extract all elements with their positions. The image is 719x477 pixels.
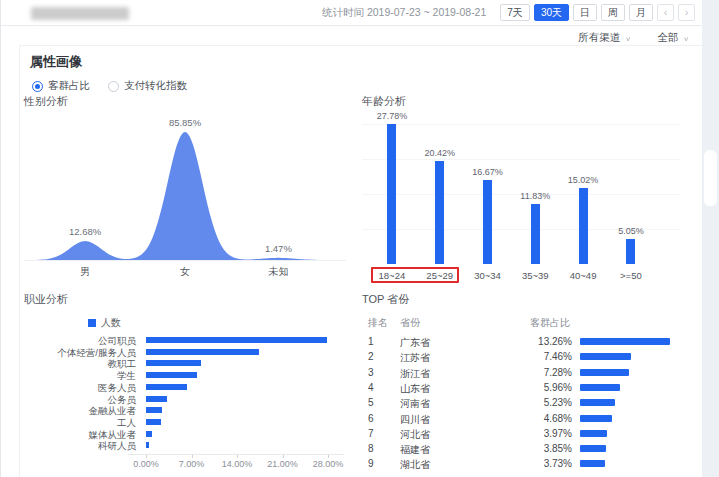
age-bar[interactable] [483,180,492,264]
occupation-row: 科研人员 [24,439,354,451]
channel-dropdown-label: 所有渠道 [578,31,620,45]
prev-period-button[interactable]: ‹ [657,4,674,21]
province-share-value: 4.68% [516,413,572,424]
page-scrollbar-track[interactable] [702,0,719,477]
occupation-row: 教职工 [24,357,354,369]
occupation-axis-tick [328,455,329,458]
occupation-row: 媒体从业者 [24,428,354,440]
range-button-group: 7天30天日周月 [500,4,653,21]
radio-selected-icon [32,81,43,92]
age-value-label: 5.05% [618,226,644,236]
occupation-bar[interactable] [146,396,167,402]
range-button-7天[interactable]: 7天 [500,4,530,21]
age-bar[interactable] [435,161,444,264]
gender-value-label: 85.85% [169,117,201,128]
age-bar[interactable] [579,188,588,264]
range-button-月[interactable]: 月 [629,4,653,21]
occupation-bar[interactable] [146,360,201,366]
age-chart-title: 年龄分析 [362,94,406,109]
occupation-legend[interactable]: 人数 [88,316,121,330]
analytics-dashboard: 统计时间 2019-07-23 ~ 2019-08-21 7天30天日周月 ‹ … [0,0,719,477]
occupation-bar[interactable] [146,419,161,425]
occupation-row: 学生 [24,369,354,381]
province-rank: 4 [368,382,374,393]
province-share-bar[interactable] [580,353,631,360]
occupation-axis-tick [192,455,193,458]
province-rank: 8 [368,443,374,454]
province-rank: 6 [368,413,374,424]
page-title: 属性画像 [30,53,82,71]
occupation-category-label: 科研人员 [24,440,136,453]
column-header-province: 省份 [400,316,420,330]
occupation-bar[interactable] [146,442,149,448]
occupation-bar[interactable] [146,372,197,378]
province-name: 四川省 [400,413,430,427]
age-category-label: 40~49 [570,270,597,281]
scope-dropdown-label: 全部 [657,31,678,45]
radio-unselected-icon [108,81,119,92]
scrollbar-thumb[interactable] [704,150,717,206]
province-share-bar[interactable] [580,369,629,376]
occupation-row: 公务员 [24,393,354,405]
occupation-bar[interactable] [146,431,152,437]
app-logo [31,7,129,20]
age-category-label: 35~39 [522,270,549,281]
gender-category-label: 男 [80,265,90,279]
gender-chart-title: 性别分析 [24,94,68,109]
province-name: 福建省 [400,443,430,457]
province-share-bar[interactable] [580,460,605,467]
occupation-axis-tick-label: 7.00% [179,459,205,469]
chevron-down-icon: ∨ [683,34,689,41]
age-gridline [362,124,680,125]
province-share-bar[interactable] [580,399,615,406]
occupation-bar[interactable] [146,407,162,413]
channel-dropdown[interactable]: 所有渠道 ∨ [578,31,631,45]
age-analysis-section: 年龄分析 27.78%18~2420.42%25~2916.67%30~3411… [362,94,696,290]
range-button-周[interactable]: 周 [601,4,625,21]
chevron-down-icon: ∨ [625,34,631,41]
province-name: 湖北省 [400,458,430,472]
occupation-bar[interactable] [146,384,187,390]
province-share-value: 3.85% [516,443,572,454]
occupation-axis-tick-label: 0.00% [133,459,159,469]
legend-swatch-icon [88,319,96,327]
province-share-bar[interactable] [580,415,612,422]
age-bar[interactable] [626,239,635,264]
age-value-label: 16.67% [472,167,503,177]
age-bar-chart: 27.78%18~2420.42%25~2916.67%30~3411.83%3… [362,110,692,290]
gender-category-label: 未知 [268,265,288,279]
province-share-value: 3.97% [516,428,572,439]
province-share-bar[interactable] [580,384,620,391]
range-button-日[interactable]: 日 [573,4,597,21]
occupation-row: 工人 [24,416,354,428]
gender-area-svg [24,112,348,268]
age-bar[interactable] [531,204,540,264]
top-bar: 统计时间 2019-07-23 ~ 2019-08-21 7天30天日周月 ‹ … [1,0,703,26]
province-rank: 1 [368,336,374,347]
occupation-analysis-section: 职业分析 人数 公司职员个体经营/服务人员教职工学生医务人员公务员金融从业者工人… [24,292,354,476]
gender-category-label: 女 [180,265,190,279]
province-name: 河北省 [400,428,430,442]
occupation-axis-tick-label: 21.00% [267,459,298,469]
attribute-portrait-card: 属性画像 客群占比 支付转化指数 性别分析 12.68%男85.85%女1.47… [19,45,703,477]
column-header-rank: 排名 [368,316,388,330]
radio-payment-conversion[interactable]: 支付转化指数 [108,79,187,93]
occupation-row: 医务人员 [24,381,354,393]
age-value-label: 20.42% [424,148,455,158]
province-name: 河南省 [400,397,430,411]
gender-analysis-section: 性别分析 12.68%男85.85%女1.47%未知 [24,94,354,290]
age-bar[interactable] [387,124,396,264]
occupation-bar[interactable] [146,337,327,343]
province-share-value: 5.96% [516,382,572,393]
occupation-bar[interactable] [146,349,259,355]
occupation-axis-tick-label: 28.00% [313,459,344,469]
scope-dropdown[interactable]: 全部 ∨ [657,31,689,45]
range-button-30天[interactable]: 30天 [534,4,569,21]
occupation-row: 公司职员 [24,334,354,346]
province-share-value: 7.28% [516,367,572,378]
province-share-bar[interactable] [580,430,607,437]
radio-customer-share[interactable]: 客群占比 [32,79,90,93]
province-share-bar[interactable] [580,445,606,452]
province-share-bar[interactable] [580,338,670,345]
next-period-button[interactable]: › [678,4,695,21]
